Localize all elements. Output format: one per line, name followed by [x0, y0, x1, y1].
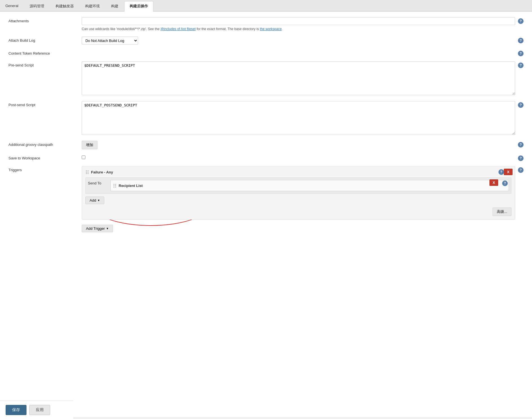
sendto-x-icon: X [493, 180, 495, 185]
attach-build-log-help[interactable]: ? [518, 38, 524, 43]
save-to-workspace-checkbox[interactable] [82, 155, 85, 159]
attachments-control: Can use wildcards like 'module/dist/**/*… [82, 17, 515, 32]
content-token-label: Content Token Reference [8, 50, 82, 55]
tab-general[interactable]: General [0, 1, 24, 11]
add-recipient-label: Add [90, 198, 96, 202]
recipient-list-label: Recipient List [119, 184, 143, 188]
groovy-classpath-row: Additional groovy classpath 增加 ? [8, 141, 524, 149]
trigger-drag-handle[interactable] [85, 170, 89, 175]
add-row: Add ▼ [85, 197, 511, 204]
save-to-workspace-help[interactable]: ? [518, 155, 524, 161]
recipient-item: Recipient List [119, 184, 143, 188]
triggers-row: Triggers X ? [8, 166, 524, 232]
sendto-help-icon[interactable]: ? [502, 180, 508, 186]
presend-script-textarea[interactable]: $DEFAULT_PRESEND_SCRIPT [82, 61, 515, 95]
add-trigger-arrow-icon: ▼ [106, 227, 109, 230]
triggers-help[interactable]: ? [518, 167, 524, 173]
workspace-link[interactable]: the workspace [260, 27, 281, 31]
presend-script-help[interactable]: ? [518, 63, 524, 68]
attachments-row: Attachments Can use wildcards like 'modu… [8, 17, 524, 32]
ant-fileset-link[interactable]: @includes of Ant fileset [160, 27, 196, 31]
tab-build[interactable]: 构建 [106, 1, 124, 11]
add-trigger-row: Add Trigger ▼ [82, 225, 515, 232]
add-groovy-button[interactable]: 增加 [82, 141, 97, 149]
postsend-script-help[interactable]: ? [518, 102, 524, 108]
add-dropdown-arrow-icon: ▼ [97, 199, 100, 202]
trigger-name: Failure - Any [91, 170, 113, 174]
attachments-input[interactable] [82, 17, 515, 25]
groovy-classpath-control: 增加 [82, 141, 515, 149]
trigger-remove-button[interactable]: X [504, 169, 513, 175]
apply-button[interactable]: 应用 [29, 405, 50, 415]
content-token-help-icon[interactable]: ? [518, 51, 524, 56]
save-to-workspace-row: Save to Workspace ? [8, 154, 524, 161]
sendto-remove-button[interactable]: X [489, 179, 498, 186]
add-trigger-button[interactable]: Add Trigger ▼ [82, 225, 113, 232]
advanced-button[interactable]: 高级... [493, 208, 511, 216]
content-token-help[interactable]: ? [518, 51, 524, 56]
attach-build-log-row: Attach Build Log Do Not Attach Build Log… [8, 37, 524, 44]
save-button[interactable]: 保存 [6, 405, 26, 415]
groovy-classpath-help-icon[interactable]: ? [518, 142, 524, 148]
recipient-drag-handle[interactable] [113, 183, 117, 188]
tab-scm[interactable]: 源码管理 [24, 1, 50, 11]
recipient-box: Recipient List [110, 180, 509, 191]
attach-build-log-label: Attach Build Log [8, 37, 82, 43]
triggers-container-help-icon[interactable]: ? [498, 169, 504, 175]
attachments-help[interactable]: ? [518, 18, 524, 24]
save-to-workspace-control [82, 154, 515, 159]
save-to-workspace-help-icon[interactable]: ? [518, 155, 524, 161]
presend-script-control: $DEFAULT_PRESEND_SCRIPT [82, 61, 515, 96]
tab-build-triggers[interactable]: 构建触发器 [50, 1, 79, 11]
groovy-classpath-label: Additional groovy classpath [8, 141, 82, 147]
groovy-classpath-help[interactable]: ? [518, 142, 524, 148]
postsend-script-row: Post-send Script $DEFAULT_POSTSEND_SCRIP… [8, 101, 524, 136]
presend-script-label: Pre-send Script [8, 61, 82, 67]
postsend-script-control: $DEFAULT_POSTSEND_SCRIPT [82, 101, 515, 136]
postsend-script-help-icon[interactable]: ? [518, 102, 524, 108]
presend-script-row: Pre-send Script $DEFAULT_PRESEND_SCRIPT … [8, 61, 524, 96]
main-content: Attachments Can use wildcards like 'modu… [0, 12, 532, 417]
tab-post-build[interactable]: 构建后操作 [124, 1, 153, 12]
triggers-control: X ? Failure - Any [82, 166, 515, 232]
send-to-row: Send To Recipient List [85, 177, 511, 194]
attachments-help-icon[interactable]: ? [518, 18, 524, 24]
trigger-title: Failure - Any [85, 170, 113, 175]
content-token-row: Content Token Reference ? [8, 50, 524, 56]
attach-build-log-control: Do Not Attach Build Log Attach Build Log [82, 37, 515, 44]
triggers-help-icon[interactable]: ? [518, 167, 524, 173]
trigger-x-icon: X [507, 170, 509, 174]
bottom-bar: 保存 应用 [0, 401, 73, 417]
triggers-outer: X ? Failure - Any [82, 166, 515, 220]
triggers-label: Triggers [8, 166, 82, 172]
triggers-container: X ? Failure - Any [82, 166, 515, 220]
attachments-hint: Can use wildcards like 'module/dist/**/*… [82, 26, 515, 32]
attachments-label: Attachments [8, 17, 82, 23]
attach-build-log-select[interactable]: Do Not Attach Build Log Attach Build Log [82, 37, 138, 44]
trigger-header: Failure - Any [85, 170, 511, 175]
add-trigger-label: Add Trigger [86, 226, 105, 231]
tab-bar: General 源码管理 构建触发器 构建环境 构建 构建后操作 [0, 0, 532, 12]
save-to-workspace-checkbox-wrap [82, 154, 515, 159]
postsend-script-label: Post-send Script [8, 101, 82, 107]
save-to-workspace-label: Save to Workspace [8, 154, 82, 160]
attach-build-log-help-icon[interactable]: ? [518, 38, 524, 43]
add-recipient-button[interactable]: Add ▼ [85, 197, 104, 204]
send-to-label: Send To [88, 180, 108, 185]
triggers-bottom: 高级... [85, 208, 511, 216]
postsend-script-textarea[interactable]: $DEFAULT_POSTSEND_SCRIPT [82, 101, 515, 135]
presend-script-help-icon[interactable]: ? [518, 63, 524, 68]
tab-build-env[interactable]: 构建环境 [80, 1, 105, 11]
